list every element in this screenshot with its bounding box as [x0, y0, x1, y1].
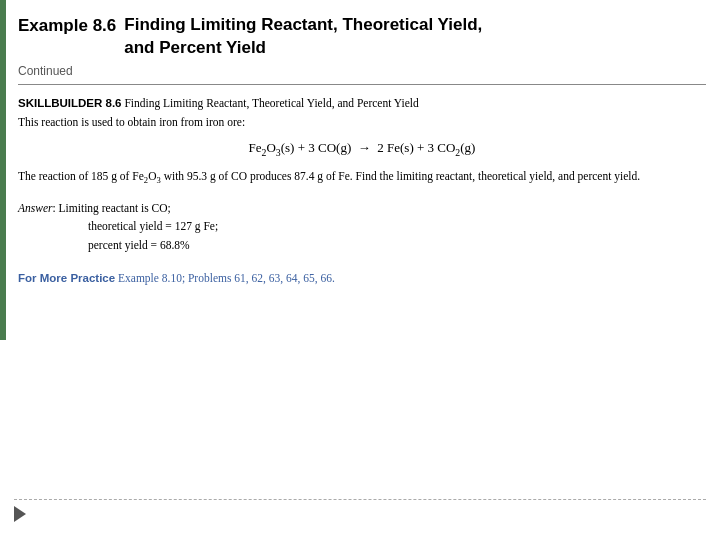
title-section: Example 8.6 Finding Limiting Reactant, T…: [18, 14, 706, 60]
for-more-example: Example 8.10; Problems 61, 62, 63, 64, 6…: [118, 272, 335, 284]
answer-line3: percent yield = 68.8%: [88, 239, 190, 251]
skillbuilder-title: Finding Limiting Reactant, Theoretical Y…: [124, 97, 418, 109]
section-divider: [18, 84, 706, 85]
next-arrow-icon[interactable]: [14, 506, 26, 522]
answer-line1: Limiting reactant is CO;: [59, 202, 171, 214]
title-line2: and Percent Yield: [124, 38, 266, 57]
page-container: Example 8.6 Finding Limiting Reactant, T…: [0, 0, 720, 540]
skillbuilder-label: SKILLBUILDER 8.6: [18, 97, 122, 109]
answer-section: Answer: Limiting reactant is CO; theoret…: [18, 199, 706, 254]
for-more-label: For More Practice: [18, 272, 115, 284]
chemical-reaction: Fe2O3(s) + 3 CO(g) → 2 Fe(s) + 3 CO2(g): [18, 140, 706, 158]
example-label: Example 8.6: [18, 14, 116, 36]
bottom-nav: [14, 489, 706, 526]
title-text: Finding Limiting Reactant, Theoretical Y…: [124, 14, 482, 60]
continued-label: Continued: [18, 64, 706, 78]
answer-line2: theoretical yield = 127 g Fe;: [88, 220, 218, 232]
bottom-divider: [14, 499, 706, 500]
answer-line2-container: theoretical yield = 127 g Fe; percent yi…: [88, 217, 706, 254]
intro-text: This reaction is used to obtain iron fro…: [18, 114, 706, 130]
left-accent-bar: [0, 0, 6, 340]
skillbuilder-header: SKILLBUILDER 8.6 Finding Limiting Reacta…: [18, 95, 706, 111]
for-more-practice: For More Practice Example 8.10; Problems…: [18, 270, 706, 286]
title-line1: Finding Limiting Reactant, Theoretical Y…: [124, 15, 482, 34]
answer-label: Answer: [18, 202, 53, 214]
problem-description: The reaction of 185 g of Fe2O3 with 95.3…: [18, 168, 706, 187]
main-content: Example 8.6 Finding Limiting Reactant, T…: [18, 14, 706, 286]
